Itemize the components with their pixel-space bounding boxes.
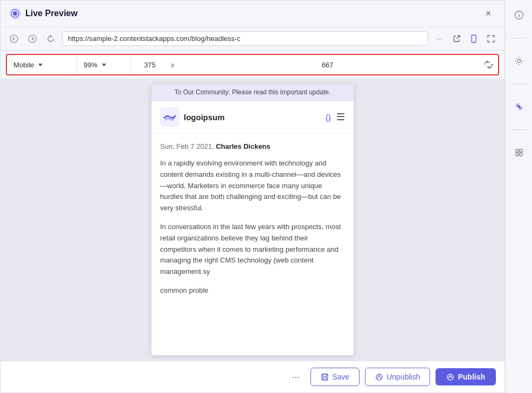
settings-button[interactable] [509, 51, 529, 71]
blog-date: Sun, Feb 7 2021, Charles Dickens [160, 142, 345, 150]
close-button[interactable]: × [481, 6, 496, 21]
svg-rect-20 [516, 149, 519, 152]
layers-button[interactable] [509, 143, 529, 162]
header-left: Live Preview [9, 8, 78, 19]
info-button[interactable] [509, 5, 529, 25]
fullscreen-button[interactable] [484, 32, 498, 46]
svg-rect-12 [323, 377, 327, 380]
zoom-chevron-icon [102, 64, 106, 66]
forward-button[interactable] [25, 32, 39, 46]
site-header: logoipsum {} ☰ [151, 101, 354, 134]
more-options-button[interactable]: ··· [286, 368, 305, 386]
device-select[interactable]: Mobile [7, 57, 77, 73]
url-bar: ··· [1, 27, 505, 51]
sidebar-divider-2 [511, 84, 527, 84]
height-input[interactable] [177, 57, 479, 73]
svg-point-17 [519, 13, 520, 14]
blog-paragraph-1: In a rapidly evolving environment with t… [160, 158, 345, 214]
braces-icon: {} [326, 113, 331, 122]
device-label: Mobile [13, 61, 34, 69]
preview-area: To Our Community: Please read this impor… [1, 79, 505, 361]
bottom-toolbar: ··· Save Unpublish [1, 361, 505, 392]
url-actions: ··· [432, 32, 498, 46]
alert-banner: To Our Community: Please read this impor… [151, 84, 354, 101]
panel-header: Live Preview × [1, 1, 505, 27]
mobile-view-button[interactable] [467, 32, 481, 46]
more-button[interactable]: ··· [432, 32, 446, 46]
svg-rect-23 [520, 153, 522, 156]
back-button[interactable] [7, 32, 21, 46]
live-preview-icon [9, 8, 21, 19]
url-input[interactable] [68, 35, 422, 43]
width-input[interactable] [131, 57, 169, 73]
publish-button[interactable]: Publish [436, 368, 496, 385]
svg-point-4 [29, 35, 36, 43]
save-icon [321, 373, 329, 381]
svg-point-14 [447, 374, 453, 380]
header-icons: {} ☰ [326, 111, 345, 123]
svg-point-7 [473, 40, 474, 42]
svg-point-0 [13, 11, 17, 16]
menu-icon: ☰ [336, 111, 345, 123]
unpublish-icon [375, 373, 383, 381]
svg-point-3 [10, 35, 18, 43]
panel-title: Live Preview [25, 9, 78, 18]
blog-paragraph-truncated: common proble [160, 285, 345, 297]
broadcast-button[interactable] [509, 97, 529, 116]
svg-point-19 [517, 106, 520, 108]
sidebar-divider-3 [511, 129, 527, 130]
logo-text: logoipsum [184, 113, 225, 122]
unpublish-button[interactable]: Unpublish [365, 368, 430, 386]
right-sidebar [505, 0, 532, 393]
device-toolbar: Mobile 99% x [6, 54, 499, 75]
svg-point-18 [517, 59, 521, 63]
svg-rect-22 [516, 153, 519, 156]
blog-paragraph-2: In conversations in the last few years w… [160, 222, 345, 278]
sidebar-divider-1 [511, 38, 527, 38]
refresh-button[interactable] [44, 32, 58, 46]
svg-rect-21 [520, 149, 522, 152]
device-chevron-icon [38, 64, 43, 66]
dimension-x-label: x [169, 61, 177, 69]
zoom-select[interactable]: 99% [77, 57, 131, 73]
svg-rect-11 [323, 374, 327, 376]
blog-content: Sun, Feb 7 2021, Charles Dickens In a ra… [151, 134, 354, 313]
logo-icon [160, 107, 179, 127]
url-input-container [62, 31, 428, 46]
svg-line-5 [457, 36, 460, 39]
save-button[interactable]: Save [310, 368, 360, 386]
zoom-label: 99% [84, 61, 98, 69]
external-link-button[interactable] [450, 32, 464, 46]
logo-area: logoipsum [160, 107, 225, 127]
publish-icon [446, 373, 454, 381]
mobile-frame: To Our Community: Please read this impor… [151, 84, 354, 355]
rotate-button[interactable] [479, 55, 498, 74]
